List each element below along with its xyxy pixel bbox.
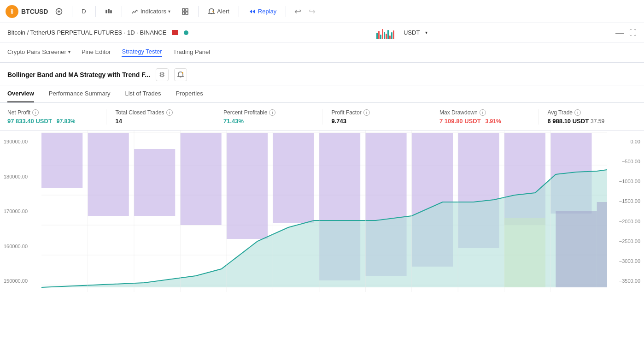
panel-tabs: Crypto Pairs Screener ▾ Pine Editor Stra… — [0, 42, 644, 63]
metric-percent-profitable: Percent Profitable i 71.43% — [223, 109, 322, 125]
svg-rect-24 — [88, 133, 129, 216]
currency-label: USDT — [404, 29, 420, 36]
svg-rect-26 — [180, 133, 221, 225]
svg-rect-10 — [186, 9, 188, 11]
indicators-button[interactable]: Indicators ▾ — [128, 6, 174, 17]
svg-rect-28 — [273, 133, 314, 223]
undo-redo-group: ↩ ↪ — [292, 6, 318, 18]
layouts-button[interactable] — [178, 6, 193, 17]
mini-chart — [376, 26, 394, 39]
svg-rect-46 — [504, 218, 545, 287]
divider-4 — [198, 6, 199, 17]
chart-area: 190000.00 180000.00 170000.00 160000.00 … — [0, 131, 644, 292]
flag-icon — [172, 30, 178, 35]
avg-trade-info[interactable]: i — [574, 109, 581, 116]
stab-trades[interactable]: List of Trades — [125, 85, 161, 102]
svg-rect-11 — [182, 12, 185, 14]
stab-properties[interactable]: Properties — [176, 85, 203, 102]
metric-max-drawdown: Max Drawdown i 7 109.80 USDT 3.91% — [439, 109, 539, 125]
strategy-section: Bollinger Band and MA Strategy with Tren… — [0, 63, 644, 85]
settings-button[interactable]: ⚙ — [156, 68, 169, 81]
metric-net-profit: Net Profit i 97 833.40 USDT 97.83% — [7, 109, 106, 125]
divider-2 — [95, 6, 96, 17]
tab-pine-editor[interactable]: Pine Editor — [82, 48, 111, 56]
symbol-label: BTCUSD — [21, 8, 48, 15]
metric-avg-trade: Avg Trade i 6 988.10 USDT 37.59 — [548, 109, 637, 125]
chart-type-button[interactable] — [101, 6, 116, 17]
net-profit-info[interactable]: i — [32, 109, 39, 116]
screener-chevron: ▾ — [68, 49, 70, 54]
svg-rect-12 — [186, 12, 188, 14]
stab-overview[interactable]: Overview — [7, 85, 34, 102]
profit-factor-value: 9.743 — [332, 118, 347, 125]
net-profit-pct: 97.83% — [57, 118, 76, 125]
svg-rect-25 — [134, 149, 175, 216]
timeframe-button[interactable]: D — [78, 6, 89, 17]
pct-profitable-info[interactable]: i — [269, 109, 275, 116]
undo-button[interactable]: ↩ — [292, 6, 304, 18]
tab-strategy-tester[interactable]: Strategy Tester — [122, 48, 162, 57]
divider-5 — [239, 6, 239, 17]
y-axis-left: 190000.00 180000.00 170000.00 160000.00 … — [4, 135, 28, 287]
metrics-row: Net Profit i 97 833.40 USDT 97.83% Total… — [0, 103, 644, 131]
replay-button[interactable]: Replay — [245, 6, 280, 17]
tab-trading-panel[interactable]: Trading Panel — [173, 48, 210, 56]
symbol-badge[interactable]: ₿ BTCUSD — [6, 5, 48, 18]
alert-add-button[interactable] — [174, 68, 187, 81]
divider-3 — [122, 6, 122, 17]
currency-chevron[interactable]: ▾ — [425, 30, 427, 35]
total-trades-info[interactable]: i — [166, 109, 173, 116]
expand-button[interactable]: ⛶ — [629, 29, 637, 37]
live-dot — [184, 30, 188, 35]
avg-trade-suffix: 37.59 — [591, 118, 604, 125]
minimize-button[interactable]: — — [615, 29, 624, 37]
avg-trade-value: 6 988.10 USDT — [548, 118, 589, 125]
metric-profit-factor: Profit Factor i 9.743 — [332, 109, 431, 125]
divider-1 — [72, 6, 72, 17]
stab-performance[interactable]: Performance Summary — [49, 85, 111, 102]
max-drawdown-pct: 3.91% — [486, 118, 501, 125]
chart-svg — [41, 131, 607, 292]
divider-6 — [286, 6, 286, 17]
svg-rect-9 — [182, 9, 185, 11]
chart-title: Bitcoin / TetherUS PERPETUAL FUTURES · 1… — [7, 29, 166, 36]
btc-icon: ₿ — [6, 5, 18, 18]
svg-rect-27 — [227, 133, 268, 239]
add-symbol-button[interactable] — [52, 6, 66, 17]
redo-button[interactable]: ↪ — [306, 6, 318, 18]
max-drawdown-value: 7 109.80 USDT — [439, 118, 481, 125]
svg-rect-48 — [597, 202, 607, 287]
strategy-tabs: Overview Performance Summary List of Tra… — [0, 85, 644, 103]
net-profit-value: 97 833.40 USDT — [7, 118, 52, 125]
strategy-name: Bollinger Band and MA Strategy with Tren… — [7, 71, 150, 78]
profit-factor-info[interactable]: i — [363, 109, 370, 116]
pct-profitable-value: 71.43% — [223, 118, 244, 125]
tab-crypto-pairs-screener[interactable]: Crypto Pairs Screener ▾ — [7, 48, 70, 56]
chart-header: Bitcoin / TetherUS PERPETUAL FUTURES · 1… — [0, 23, 644, 42]
svg-rect-47 — [556, 211, 597, 287]
alert-button[interactable]: Alert — [204, 6, 233, 17]
y-axis-right: 0.00 −500.00 −1000.00 −1500.00 −2000.00 … — [619, 135, 640, 287]
svg-rect-23 — [41, 133, 82, 188]
metric-total-trades: Total Closed Trades i 14 — [116, 109, 215, 125]
top-toolbar: ₿ BTCUSD D Indicators ▾ Alert Replay ↩ ↪ — [0, 0, 644, 23]
max-drawdown-info[interactable]: i — [480, 109, 486, 116]
total-trades-value: 14 — [116, 118, 122, 125]
